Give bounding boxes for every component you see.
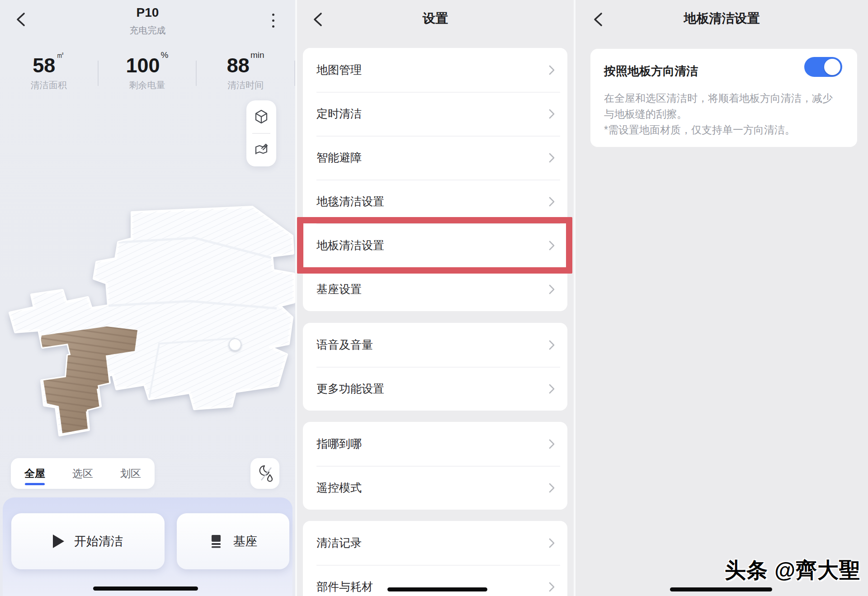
chevron-right-icon [548,340,556,350]
stat-label: 清洁面积 [0,79,98,91]
play-icon [53,535,64,548]
chevron-right-icon [548,284,556,295]
settings-item-scheduled-cleaning[interactable]: 定时清洁 [303,92,567,136]
toggle-label: 按照地板方向清洁 [604,63,698,79]
start-cleaning-label: 开始清洁 [74,533,123,549]
panel-divider [295,0,297,596]
chevron-right-icon [548,538,556,549]
settings-item-cleaning-records[interactable]: 清洁记录 [303,521,567,565]
page-title: 设置 [297,10,574,27]
stat-unit: % [161,50,169,60]
dock-icon [209,534,223,549]
home-indicator [387,587,487,591]
stat-value: 58 [33,54,55,77]
page-title: 地板清洁设置 [576,10,868,27]
device-status: 充电完成 [0,24,295,37]
chevron-right-icon [548,482,556,493]
stat-battery: 100% 剩余电量 [99,55,196,91]
chevron-right-icon [548,196,556,207]
divider [252,133,270,134]
floor-cleaning-settings-screen: 地板清洁设置 按照地板方向清洁 在全屋和选区清洁时，将顺着地板方向清洁，减少 与… [576,0,868,596]
chevron-right-icon [548,383,556,394]
chevron-left-icon [592,12,604,27]
settings-item-voice-volume[interactable]: 语音及音量 [303,323,567,367]
cleaning-stats: 58㎡ 清洁面积 100% 剩余电量 88min 清洁时间 [0,53,295,93]
toggle-knob [824,59,840,75]
settings-item-point-to-go[interactable]: 指哪到哪 [303,422,567,466]
stat-label: 剩余电量 [99,79,196,91]
stat-clean-time: 88min 清洁时间 [197,55,294,91]
toggle-description: 在全屋和选区清洁时，将顺着地板方向清洁，减少 与地板缝的刮擦。 *需设置地面材质… [604,90,843,138]
tab-whole-house[interactable]: 全屋 [11,458,59,489]
floor-map-3d[interactable] [0,194,295,457]
dnd-mode-button[interactable] [250,458,279,489]
map-edit-icon[interactable] [253,142,269,158]
panel-divider [574,0,576,596]
chevron-right-icon [548,439,556,449]
dock-label: 基座 [233,533,258,549]
home-indicator [93,587,198,591]
settings-item-base-settings[interactable]: 基座设置 [303,267,567,311]
stat-unit: min [250,50,264,60]
tab-select-zone[interactable]: 选区 [59,458,107,489]
floor-direction-toggle[interactable] [804,57,842,77]
chevron-right-icon [548,109,556,119]
device-name: P10 [0,5,295,20]
cube-3d-icon[interactable] [253,109,269,125]
settings-item-map-management[interactable]: 地图管理 [303,48,567,92]
map-tool-panel [246,100,276,166]
chevron-right-icon [548,65,556,76]
home-indicator [670,587,772,591]
back-button[interactable] [12,10,30,29]
stat-value: 88 [227,54,250,77]
chevron-right-icon [548,582,556,592]
settings-item-more-functions[interactable]: 更多功能设置 [303,367,567,411]
moon-drop-icon [255,463,275,484]
chevron-left-icon [15,12,27,27]
settings-group-2: 语音及音量 更多功能设置 [303,323,567,411]
back-button[interactable] [309,10,327,29]
bottom-action-area: 开始清洁 基座 [3,497,292,596]
dock-marker [229,339,241,350]
stat-label: 清洁时间 [197,79,294,91]
robot-vacuum-app-composite: P10 充电完成 58㎡ 清洁面积 100% 剩余电量 88min 清洁时间 [0,0,868,596]
settings-item-smart-obstacle[interactable]: 智能避障 [303,136,567,180]
robot-home-screen: P10 充电完成 58㎡ 清洁面积 100% 剩余电量 88min 清洁时间 [0,0,295,596]
settings-item-remote-mode[interactable]: 遥控模式 [303,466,567,510]
clean-mode-tabs: 全屋 选区 划区 [11,458,155,489]
dock-button[interactable]: 基座 [177,513,289,569]
floor-direction-card: 按照地板方向清洁 在全屋和选区清洁时，将顺着地板方向清洁，减少 与地板缝的刮擦。… [590,49,857,147]
tab-draw-zone[interactable]: 划区 [107,458,155,489]
toutiao-watermark: 头条 @齊大聖 [725,556,861,585]
settings-screen: 设置 地图管理 定时清洁 智能避障 地毯清洁设置 地板清洁设置 [297,0,574,596]
settings-group-4: 清洁记录 部件与耗材 [303,521,567,596]
stat-value: 100 [126,54,160,77]
settings-group-3: 指哪到哪 遥控模式 [303,422,567,510]
back-button[interactable] [589,10,607,29]
red-annotation-box [297,217,572,274]
chevron-right-icon [548,152,556,163]
stat-clean-area: 58㎡ 清洁面积 [0,55,98,91]
stat-unit: ㎡ [56,50,65,60]
chevron-left-icon [312,12,324,27]
start-cleaning-button[interactable]: 开始清洁 [11,513,165,569]
